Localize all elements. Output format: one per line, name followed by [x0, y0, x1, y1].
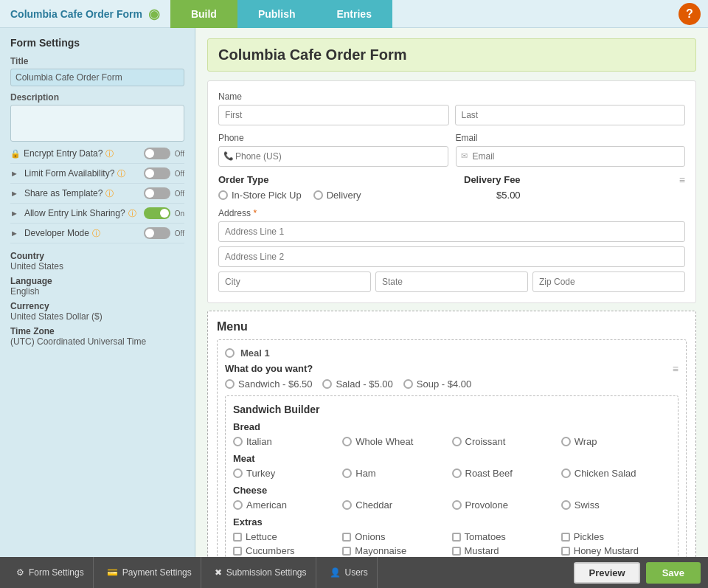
name-row: Name	[218, 91, 685, 125]
title-input[interactable]	[10, 69, 184, 86]
description-input[interactable]	[10, 105, 184, 142]
submission-settings-icon: ✖	[215, 567, 222, 578]
extras-group: Extras Lettuce Onions Tomatoes Pickles C…	[233, 516, 670, 557]
limit-toggle[interactable]	[144, 167, 170, 179]
bread-wheat[interactable]: Whole Wheat	[342, 436, 451, 447]
tab-entries[interactable]: Entries	[316, 0, 392, 28]
city-input[interactable]	[218, 271, 371, 292]
payment-settings-label: Payment Settings	[122, 567, 192, 578]
extra-onions[interactable]: Onions	[342, 531, 451, 542]
bread-label: Bread	[233, 421, 670, 432]
share-info-icon: ⓘ	[105, 188, 114, 199]
order-delivery-row: Order Type In-Store Pick Up Delivery	[218, 174, 685, 201]
submission-settings-tab[interactable]: ✖ Submission Settings	[206, 557, 316, 588]
form-settings-tab[interactable]: ⚙ Form Settings	[7, 557, 94, 588]
save-button[interactable]: Save	[646, 562, 701, 584]
order-type-label: Order Type	[218, 174, 464, 185]
in-store-label: In-Store Pick Up	[232, 190, 302, 201]
meat-chicken-salad[interactable]: Chicken Salad	[561, 468, 670, 479]
tab-publish[interactable]: Publish	[237, 0, 316, 28]
phone-icon: 📞	[223, 151, 234, 161]
meat-turkey[interactable]: Turkey	[233, 468, 342, 479]
delivery-label: Delivery	[327, 190, 361, 201]
dev-label: Developer Mode	[24, 228, 89, 238]
entry-arrow-icon: ►	[10, 209, 18, 218]
salad-option[interactable]: Salad - $5.00	[322, 378, 392, 390]
soup-label: Soup - $4.00	[417, 378, 471, 390]
state-input[interactable]	[375, 271, 528, 292]
email-field: Email ✉	[456, 133, 686, 167]
cheese-cheddar[interactable]: Cheddar	[342, 499, 451, 511]
extra-tomatoes[interactable]: Tomatoes	[452, 531, 561, 542]
first-name-input[interactable]	[218, 105, 449, 125]
entry-info-icon: ⓘ	[128, 208, 136, 219]
extra-mustard[interactable]: Mustard	[452, 545, 561, 556]
nav-tabs: Build Publish Entries	[170, 0, 678, 28]
cheese-label: Cheese	[233, 485, 670, 496]
cheese-swiss[interactable]: Swiss	[561, 499, 670, 511]
last-name-input[interactable]	[455, 105, 686, 125]
timezone-row: Time Zone (UTC) Coordinated Universal Ti…	[10, 326, 184, 347]
soup-option[interactable]: Soup - $4.00	[403, 378, 471, 390]
sandwich-builder: Sandwich Builder Bread Italian Whole Whe…	[225, 395, 678, 557]
cheese-american[interactable]: American	[233, 499, 342, 511]
bread-wrap[interactable]: Wrap	[561, 436, 670, 447]
address-line2-input[interactable]	[218, 246, 685, 267]
sb-title: Sandwich Builder	[233, 404, 670, 415]
title-label: Title	[10, 56, 184, 66]
meat-roast-beef[interactable]: Roast Beef	[452, 468, 561, 479]
meat-label: Meat	[233, 453, 670, 464]
encrypt-label: Encrypt Entry Data?	[24, 148, 103, 159]
delivery-radio[interactable]	[313, 190, 323, 200]
cheese-provolone[interactable]: Provolone	[452, 499, 561, 511]
name-label: Name	[218, 91, 685, 102]
content-area: Columbia Cafe Order Form Name Phone 📞	[195, 28, 708, 557]
extra-honey-mustard[interactable]: Honey Mustard	[561, 545, 670, 556]
name-field: Name	[218, 91, 685, 125]
dev-toggle[interactable]	[144, 227, 170, 239]
in-store-radio[interactable]	[218, 190, 228, 200]
address-line1-input[interactable]	[218, 221, 685, 242]
extra-mayo[interactable]: Mayonnaise	[342, 545, 451, 556]
menu-title: Menu	[217, 320, 687, 333]
sandwich-radio[interactable]	[225, 379, 235, 389]
dev-info-icon: ⓘ	[92, 228, 100, 239]
sandwich-option[interactable]: Sandwich - $6.50	[225, 378, 312, 390]
bread-italian[interactable]: Italian	[233, 436, 342, 447]
encrypt-info-icon: ⓘ	[105, 148, 114, 159]
form-settings-icon: ⚙	[16, 567, 24, 578]
meat-options: Turkey Ham Roast Beef Chicken Salad	[233, 468, 670, 479]
app-title: Columbia Cafe Order Form ◉	[0, 6, 170, 22]
meal-label: Meal 1	[240, 347, 270, 359]
users-icon: 👤	[330, 567, 341, 578]
soup-radio[interactable]	[403, 379, 413, 389]
order-type-col: Order Type In-Store Pick Up Delivery	[218, 174, 464, 201]
users-tab[interactable]: 👤 Users	[321, 557, 378, 588]
entry-toggle[interactable]	[144, 207, 170, 219]
extra-pickles[interactable]: Pickles	[561, 531, 670, 542]
form-title: Columbia Cafe Order Form	[218, 46, 685, 63]
limit-arrow-icon: ►	[10, 169, 18, 178]
extra-cucumbers[interactable]: Cucumbers	[233, 545, 342, 556]
preview-button[interactable]: Preview	[574, 562, 639, 584]
entry-label: Allow Entry Link Sharing?	[24, 208, 125, 218]
zip-input[interactable]	[532, 271, 685, 292]
share-toggle[interactable]	[144, 187, 170, 199]
bottom-actions: Preview Save	[574, 562, 701, 584]
tab-build[interactable]: Build	[170, 0, 237, 28]
payment-settings-tab[interactable]: 💳 Payment Settings	[98, 557, 201, 588]
sidebar: Form Settings Title Description 🔒 Encryp…	[0, 28, 195, 557]
in-store-option[interactable]: In-Store Pick Up	[218, 190, 302, 201]
meat-group: Meat Turkey Ham Roast Beef Chicken Salad	[233, 453, 670, 479]
salad-radio[interactable]	[322, 379, 332, 389]
meal-header: Meal 1	[225, 347, 678, 359]
phone-input[interactable]	[218, 146, 448, 167]
meat-ham[interactable]: Ham	[342, 468, 451, 479]
email-input[interactable]	[456, 146, 686, 167]
bread-croissant[interactable]: Croissant	[452, 436, 561, 447]
extra-lettuce[interactable]: Lettuce	[233, 531, 342, 542]
encrypt-toggle[interactable]	[144, 148, 170, 159]
help-button[interactable]: ?	[678, 3, 701, 25]
delivery-option[interactable]: Delivery	[313, 190, 361, 201]
cheese-group: Cheese American Cheddar Provolone Swiss	[233, 485, 670, 511]
